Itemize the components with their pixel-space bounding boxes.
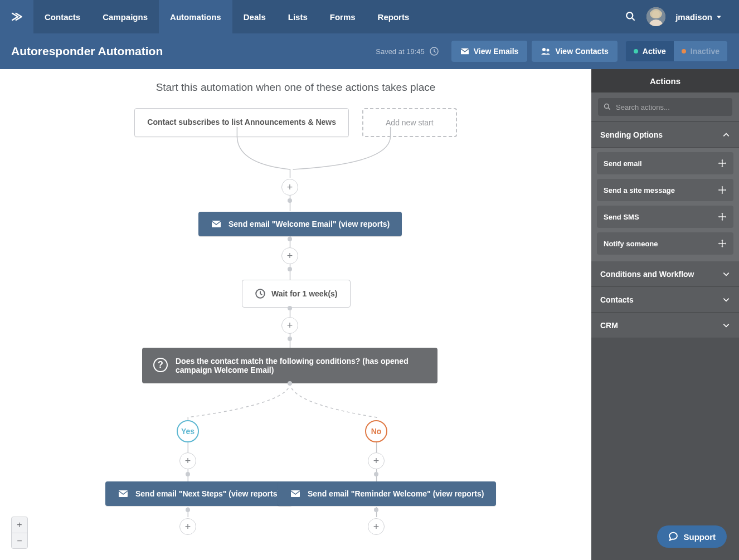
chevron-down-icon — [722, 296, 730, 304]
chevron-up-icon — [722, 131, 730, 139]
nav-label: Campaigns — [103, 12, 148, 22]
branch-label: Yes — [181, 427, 195, 436]
nav-label: Automations — [170, 12, 221, 22]
automation-canvas[interactable]: Start this automation when one of these … — [0, 69, 591, 560]
move-icon — [718, 212, 727, 221]
move-icon — [718, 186, 727, 194]
branch-label: No — [371, 427, 382, 436]
add-start-label: Add new start — [386, 118, 434, 127]
chevron-down-icon — [722, 322, 730, 329]
nav-link-lists[interactable]: Lists — [277, 0, 319, 33]
branch-yes[interactable]: Yes — [177, 420, 199, 442]
add-step-button[interactable]: + — [281, 247, 298, 264]
accordion-conditions[interactable]: Conditions and Workflow — [591, 261, 739, 287]
status-label: Active — [643, 47, 666, 56]
node-label: Does the contact match the following con… — [176, 357, 426, 374]
sub-header: Autoresponder Automation Saved at 19:45 … — [0, 33, 739, 69]
status-inactive-button[interactable]: Inactive — [674, 41, 727, 61]
saved-status: Saved at 19:45 — [376, 46, 439, 56]
support-button[interactable]: Support — [657, 525, 727, 548]
mail-icon — [460, 47, 469, 55]
node-label: Send email "Reminder Welcome" (view repo… — [308, 489, 484, 498]
nav-label: Reports — [378, 12, 410, 22]
connector-dot — [186, 472, 190, 476]
automation-title: Autoresponder Automation — [11, 45, 163, 58]
user-menu[interactable]: jmadison — [675, 12, 722, 22]
add-step-button[interactable]: + — [281, 179, 298, 196]
chevron-down-icon — [722, 270, 730, 278]
nav-label: Contacts — [45, 12, 80, 22]
view-emails-button[interactable]: View Emails — [451, 41, 528, 62]
user-avatar[interactable] — [646, 7, 665, 26]
nav-link-automations[interactable]: Automations — [159, 0, 232, 33]
condition-node[interactable]: ? Does the contact match the following c… — [142, 348, 437, 383]
saved-label: Saved at 19:45 — [376, 47, 424, 56]
nav-link-deals[interactable]: Deals — [232, 0, 277, 33]
nav-link-forms[interactable]: Forms — [319, 0, 367, 33]
actions-search-input[interactable] — [616, 103, 727, 111]
nav-label: Forms — [330, 12, 356, 22]
add-step-button[interactable]: + — [179, 452, 196, 469]
item-label: Send SMS — [604, 213, 639, 221]
view-contacts-button[interactable]: View Contacts — [532, 41, 617, 62]
add-step-button[interactable]: + — [179, 518, 196, 535]
move-icon — [718, 159, 727, 168]
branch-no[interactable]: No — [365, 420, 387, 442]
button-label: View Contacts — [555, 47, 608, 56]
caret-down-icon — [716, 13, 722, 20]
clock-icon — [255, 288, 266, 299]
add-step-button[interactable]: + — [368, 452, 385, 469]
action-item-notify[interactable]: Notify someone — [597, 232, 733, 255]
actions-sidebar: Actions Sending Options Send email Send … — [591, 69, 739, 560]
move-icon — [718, 239, 727, 248]
nav-link-reports[interactable]: Reports — [367, 0, 421, 33]
accordion-contacts[interactable]: Contacts — [591, 287, 739, 313]
status-toggle: Active Inactive — [625, 41, 728, 62]
zoom-out-button[interactable]: − — [12, 533, 27, 548]
nav-link-contacts[interactable]: Contacts — [33, 0, 91, 33]
zoom-controls: + − — [11, 517, 28, 549]
nav-link-campaigns[interactable]: Campaigns — [91, 0, 159, 33]
users-icon — [541, 47, 551, 56]
accordion-sending-options[interactable]: Sending Options — [591, 122, 739, 148]
connector-dot — [374, 472, 378, 476]
app-logo[interactable] — [0, 0, 33, 33]
mail-icon — [118, 489, 129, 498]
sidebar-search — [591, 92, 739, 121]
send-email-node[interactable]: Send email "Welcome Email" (view reports… — [198, 212, 402, 236]
accordion-label: Contacts — [600, 295, 634, 304]
sidebar-title: Actions — [591, 69, 739, 92]
connector-dot — [288, 337, 292, 341]
node-label: Send email "Welcome Email" (view reports… — [228, 220, 390, 228]
nav-label: Deals — [244, 12, 266, 22]
search-icon — [604, 103, 611, 111]
wait-node[interactable]: Wait for 1 week(s) — [242, 280, 351, 308]
username-label: jmadison — [675, 12, 712, 22]
button-label: View Emails — [474, 47, 519, 56]
action-item-site-message[interactable]: Send a site message — [597, 179, 733, 201]
mail-icon — [211, 220, 222, 228]
search-icon[interactable] — [625, 11, 636, 22]
action-item-send-email[interactable]: Send email — [597, 152, 733, 174]
connector-dot — [288, 198, 292, 203]
add-step-button[interactable]: + — [368, 518, 385, 535]
add-start-button[interactable]: Add new start — [362, 108, 457, 137]
add-step-button[interactable]: + — [281, 317, 298, 334]
chat-icon — [668, 532, 678, 542]
send-email-node[interactable]: Send email "Next Steps" (view reports) — [105, 481, 292, 506]
accordion-label: CRM — [600, 321, 618, 330]
zoom-in-button[interactable]: + — [12, 517, 27, 533]
action-item-send-sms[interactable]: Send SMS — [597, 206, 733, 228]
nav-label: Lists — [288, 12, 308, 22]
accordion-panel: Send email Send a site message Send SMS … — [591, 148, 739, 261]
connector-dot — [288, 267, 292, 271]
item-label: Send a site message — [604, 186, 675, 194]
trigger-node[interactable]: Contact subscribes to list Announcements… — [134, 108, 349, 137]
status-active-button[interactable]: Active — [626, 41, 674, 61]
send-email-node[interactable]: Send email "Reminder Welcome" (view repo… — [278, 481, 496, 506]
top-nav: Contacts Campaigns Automations Deals Lis… — [0, 0, 739, 33]
accordion-crm[interactable]: CRM — [591, 313, 739, 338]
status-dot-inactive — [682, 49, 686, 53]
item-label: Notify someone — [604, 240, 658, 248]
connector-dot — [288, 237, 292, 241]
